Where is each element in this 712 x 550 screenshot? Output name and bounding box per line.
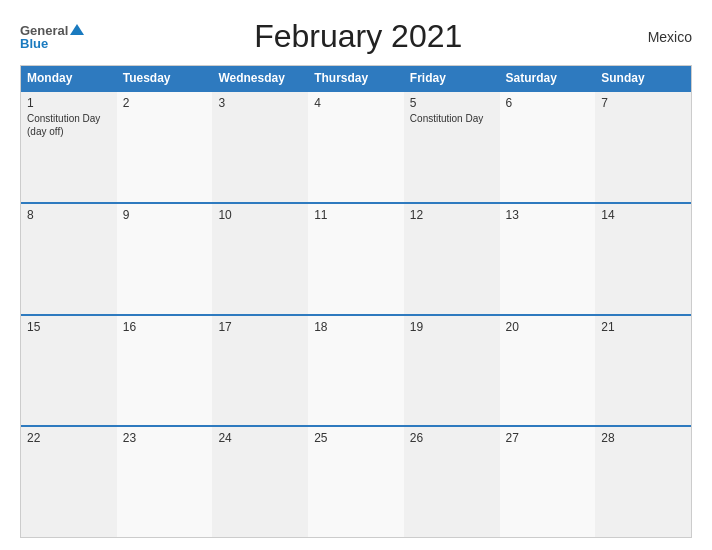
day-number: 19: [410, 320, 494, 334]
week-row-3: 15 16 17 18 19 20 21: [21, 314, 691, 426]
day-21: 21: [595, 316, 691, 426]
day-22: 22: [21, 427, 117, 537]
day-number: 21: [601, 320, 685, 334]
day-20: 20: [500, 316, 596, 426]
day-18: 18: [308, 316, 404, 426]
calendar: Monday Tuesday Wednesday Thursday Friday…: [20, 65, 692, 538]
event-text: Constitution Day: [410, 113, 483, 124]
day-number: 4: [314, 96, 398, 110]
day-16: 16: [117, 316, 213, 426]
day-4: 4: [308, 92, 404, 202]
day-number: 9: [123, 208, 207, 222]
day-number: 24: [218, 431, 302, 445]
logo-triangle-icon: [70, 24, 84, 35]
day-11: 11: [308, 204, 404, 314]
day-3: 3: [212, 92, 308, 202]
day-number: 16: [123, 320, 207, 334]
logo-general-text: General: [20, 24, 68, 37]
day-1: 1 Constitution Day(day off): [21, 92, 117, 202]
day-7: 7: [595, 92, 691, 202]
day-number: 26: [410, 431, 494, 445]
day-28: 28: [595, 427, 691, 537]
page: General Blue February 2021 Mexico Monday…: [0, 0, 712, 550]
day-number: 13: [506, 208, 590, 222]
day-6: 6: [500, 92, 596, 202]
header-thursday: Thursday: [308, 66, 404, 90]
day-5: 5 Constitution Day: [404, 92, 500, 202]
day-number: 1: [27, 96, 111, 110]
day-12: 12: [404, 204, 500, 314]
day-number: 10: [218, 208, 302, 222]
day-number: 17: [218, 320, 302, 334]
week-row-2: 8 9 10 11 12 13 14: [21, 202, 691, 314]
day-8: 8: [21, 204, 117, 314]
day-number: 14: [601, 208, 685, 222]
day-number: 27: [506, 431, 590, 445]
logo-blue-text: Blue: [20, 37, 84, 50]
day-number: 2: [123, 96, 207, 110]
day-number: 5: [410, 96, 494, 110]
weeks: 1 Constitution Day(day off) 2 3 4 5 Cons…: [21, 90, 691, 537]
day-17: 17: [212, 316, 308, 426]
day-number: 12: [410, 208, 494, 222]
header-sunday: Sunday: [595, 66, 691, 90]
day-number: 8: [27, 208, 111, 222]
day-number: 25: [314, 431, 398, 445]
header-wednesday: Wednesday: [212, 66, 308, 90]
header-tuesday: Tuesday: [117, 66, 213, 90]
day-number: 6: [506, 96, 590, 110]
day-14: 14: [595, 204, 691, 314]
calendar-title: February 2021: [254, 18, 462, 55]
day-2: 2: [117, 92, 213, 202]
day-19: 19: [404, 316, 500, 426]
week-row-1: 1 Constitution Day(day off) 2 3 4 5 Cons…: [21, 90, 691, 202]
day-number: 3: [218, 96, 302, 110]
day-25: 25: [308, 427, 404, 537]
day-23: 23: [117, 427, 213, 537]
header: General Blue February 2021 Mexico: [20, 18, 692, 55]
header-friday: Friday: [404, 66, 500, 90]
day-number: 22: [27, 431, 111, 445]
day-24: 24: [212, 427, 308, 537]
day-15: 15: [21, 316, 117, 426]
day-10: 10: [212, 204, 308, 314]
day-number: 7: [601, 96, 685, 110]
day-9: 9: [117, 204, 213, 314]
logo: General Blue: [20, 24, 84, 50]
day-13: 13: [500, 204, 596, 314]
country-label: Mexico: [632, 29, 692, 45]
week-row-4: 22 23 24 25 26 27 28: [21, 425, 691, 537]
header-saturday: Saturday: [500, 66, 596, 90]
header-monday: Monday: [21, 66, 117, 90]
day-number: 18: [314, 320, 398, 334]
day-27: 27: [500, 427, 596, 537]
day-26: 26: [404, 427, 500, 537]
day-number: 15: [27, 320, 111, 334]
day-number: 20: [506, 320, 590, 334]
day-number: 23: [123, 431, 207, 445]
day-number: 28: [601, 431, 685, 445]
day-headers: Monday Tuesday Wednesday Thursday Friday…: [21, 66, 691, 90]
day-number: 11: [314, 208, 398, 222]
event-text: Constitution Day(day off): [27, 113, 100, 137]
